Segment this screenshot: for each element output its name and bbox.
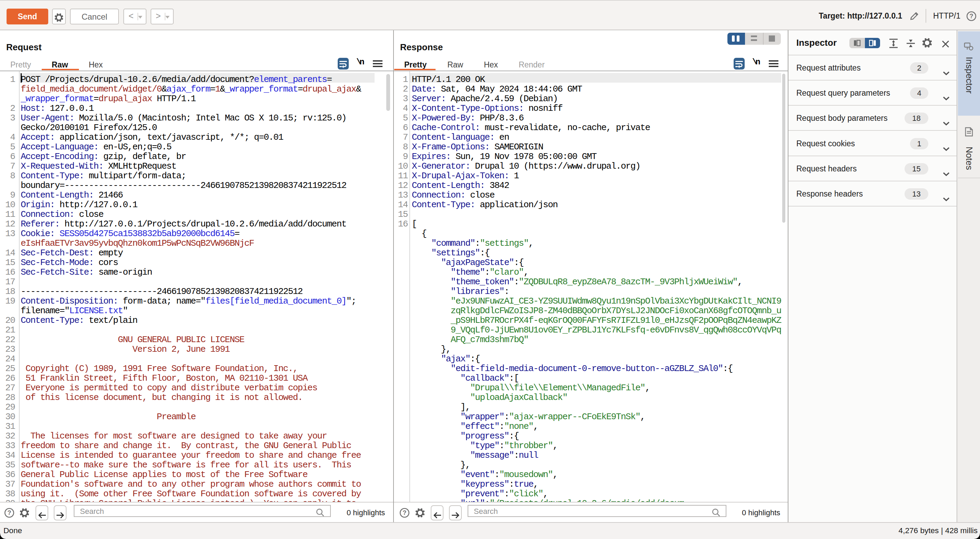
svg-text:n: n: [755, 57, 760, 67]
svg-text:n: n: [360, 57, 364, 67]
svg-text:?: ?: [403, 509, 407, 516]
svg-text:?: ?: [970, 13, 974, 20]
svg-text:?: ?: [8, 509, 11, 516]
